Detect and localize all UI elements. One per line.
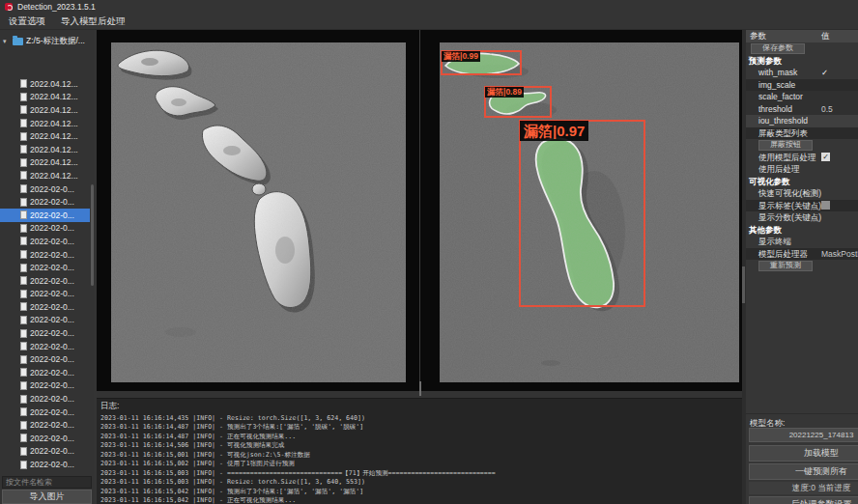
param-label: 模型后处理器	[758, 249, 808, 259]
predict-all-button[interactable]: 一键预测所有	[749, 463, 858, 480]
tree-item-label: 2022-02-0...	[30, 420, 74, 430]
param-row[interactable]: 模型后处理器MaskPostPro	[746, 248, 858, 261]
mask-types-button[interactable]: 屏蔽按钮	[758, 140, 813, 151]
model-name-field[interactable]: 20221225_174813	[749, 428, 858, 442]
detection-overlay: 漏箔|0.99漏箔|0.89漏箔|0.97	[440, 42, 739, 382]
tree-scrollbar[interactable]	[91, 184, 94, 286]
tree-item[interactable]: 2022.04.12...	[0, 169, 90, 182]
tree-item[interactable]: 2022-02-0...	[0, 352, 90, 366]
file-icon	[20, 237, 27, 245]
tree-item[interactable]: 2022-02-0...	[0, 445, 90, 459]
tree-item[interactable]: 2022.04.12...	[0, 143, 90, 156]
log-header: 日志:	[100, 401, 740, 412]
tree-item[interactable]: 2022-02-0...	[0, 274, 90, 288]
re-predict-button[interactable]: 重新预测	[758, 261, 813, 271]
param-row[interactable]: scale_factor	[746, 91, 858, 103]
splitter-grip-icon[interactable]	[419, 381, 421, 396]
window-title: Detection_2023.1.5.1	[17, 2, 96, 12]
tree-item[interactable]: 2022.04.12...	[0, 103, 90, 117]
menu-settings[interactable]: 设置选项	[9, 15, 45, 28]
param-row[interactable]: 显示终端	[746, 236, 858, 248]
collapse-arrow-icon[interactable]: ▾	[3, 38, 10, 45]
search-input[interactable]	[2, 476, 92, 489]
tree-item[interactable]: 2022.04.12...	[0, 129, 90, 143]
file-icon	[20, 434, 27, 442]
param-row[interactable]: img_scale	[746, 79, 858, 92]
menu-import-postprocess[interactable]: 导入模型后处理	[61, 15, 126, 28]
param-row[interactable]: iou_threshold	[746, 115, 858, 127]
param-label: with_mask	[758, 68, 797, 77]
tree-item[interactable]: 2022-02-0...	[0, 340, 90, 353]
detection-box: 漏箔|0.89	[484, 86, 552, 118]
tree-item[interactable]: 2022-02-0...	[0, 392, 90, 406]
tree-item[interactable]: 2022-02-0...	[0, 406, 90, 419]
file-icon	[20, 276, 27, 285]
load-model-button[interactable]: 加载模型	[749, 445, 858, 462]
param-row[interactable]: 使用模型后处理✓	[746, 152, 858, 164]
tree-item[interactable]: 2022-02-0...	[0, 222, 90, 236]
tree-item-label: 2022.04.12...	[30, 119, 78, 128]
param-value	[821, 200, 830, 212]
tree-item[interactable]: 2022-02-0...	[0, 326, 90, 340]
file-icon	[20, 316, 27, 324]
tree-item[interactable]: 2022-02-0...	[0, 432, 90, 445]
log-line: 2023-01-11 16:16:14,435 |INFO| - Resize:…	[100, 414, 740, 423]
tree-item[interactable]: 2022-02-0...	[0, 458, 90, 469]
param-row[interactable]: 显示分数(关键点)	[746, 211, 858, 224]
log-splitter[interactable]	[97, 391, 742, 398]
param-label: 使用模型后处理	[758, 153, 816, 162]
tree-item-label: 2022-02-0...	[30, 223, 74, 233]
tree-item[interactable]: 2022-02-0...	[0, 366, 90, 379]
param-row[interactable]: 快速可视化(检测)	[746, 187, 858, 200]
app-logo-icon	[5, 3, 13, 11]
tree-item[interactable]: 2022-02-0...	[0, 182, 90, 196]
tree-item[interactable]: 2022-02-0...	[0, 418, 90, 432]
save-params-button[interactable]: 保存参数	[751, 43, 805, 54]
file-icon	[20, 395, 27, 404]
tree-item[interactable]: 2022-02-0...	[0, 235, 90, 248]
left-image-panel[interactable]	[97, 30, 419, 391]
param-row[interactable]: 使用后处理	[746, 163, 858, 176]
tree-item[interactable]: 2022.04.12...	[0, 91, 90, 104]
file-icon	[20, 79, 27, 88]
file-icon	[20, 171, 27, 180]
log-line: 2023-01-11 16:16:14,506 |INFO| - 可视化预测结果…	[100, 441, 740, 450]
speed-status: 速度:0 当前进度	[749, 482, 858, 494]
param-value: MaskPostPro	[821, 248, 858, 261]
tree-item[interactable]: 2022-02-0...	[0, 314, 90, 327]
tree-item[interactable]: 2022-02-0...	[0, 209, 90, 222]
tree-item[interactable]: 2022.04.12...	[0, 156, 90, 170]
file-icon	[20, 105, 27, 114]
tree-item[interactable]: 2022-02-0...	[0, 248, 90, 262]
tree-item[interactable]: 2022-02-0...	[0, 288, 90, 301]
param-row[interactable]: 显示标签(关键点)	[746, 200, 858, 212]
detection-box: 漏箔|0.99	[441, 50, 522, 75]
tree-root[interactable]: ▾ Z:/5-标注数据/...	[0, 35, 94, 47]
param-label: 使用后处理	[758, 164, 800, 174]
tree-item[interactable]: 2022.04.12...	[0, 117, 90, 130]
tree-item[interactable]: 2022-02-0...	[0, 195, 90, 209]
detection-label: 漏箔|0.99	[442, 51, 480, 62]
checkbox-icon[interactable]	[821, 201, 830, 210]
postprocess-settings-button[interactable]: 后处理参数设置	[749, 496, 858, 504]
file-icon	[20, 93, 27, 101]
params-header: 参数 值	[746, 30, 858, 42]
tree-item[interactable]: 2022-02-0...	[0, 379, 90, 393]
log-line: 2023-01-11 16:16:14,487 |INFO| - 正在可视化预测…	[100, 433, 740, 441]
param-row[interactable]: threshold0.5	[746, 103, 858, 116]
params-scrollbar-thumb[interactable]	[742, 266, 745, 303]
param-row[interactable]: with_mask✓	[746, 67, 858, 79]
tree-item-label: 2022.04.12...	[30, 157, 78, 167]
import-images-button[interactable]: 导入图片	[2, 490, 92, 504]
model-panel: 模型名称: 20221225_174813 加载模型 一键预测所有 速度:0 当…	[746, 413, 858, 504]
param-label: 显示标签(关键点)	[758, 201, 821, 210]
right-image-panel[interactable]: 漏箔|0.99漏箔|0.89漏箔|0.97	[423, 30, 742, 391]
tree-item[interactable]: 2022.04.12...	[0, 77, 90, 91]
tree-item-label: 2022.04.12...	[30, 92, 78, 101]
tree-item[interactable]: 2022-02-0...	[0, 300, 90, 314]
checkbox-checked-icon[interactable]: ✓	[821, 153, 830, 161]
tree-item-label: 2022.04.12...	[30, 79, 78, 89]
tree-item[interactable]: 2022-02-0...	[0, 261, 90, 274]
param-row[interactable]: 屏蔽类型列表	[746, 127, 858, 140]
col-param: 参数	[750, 31, 766, 41]
